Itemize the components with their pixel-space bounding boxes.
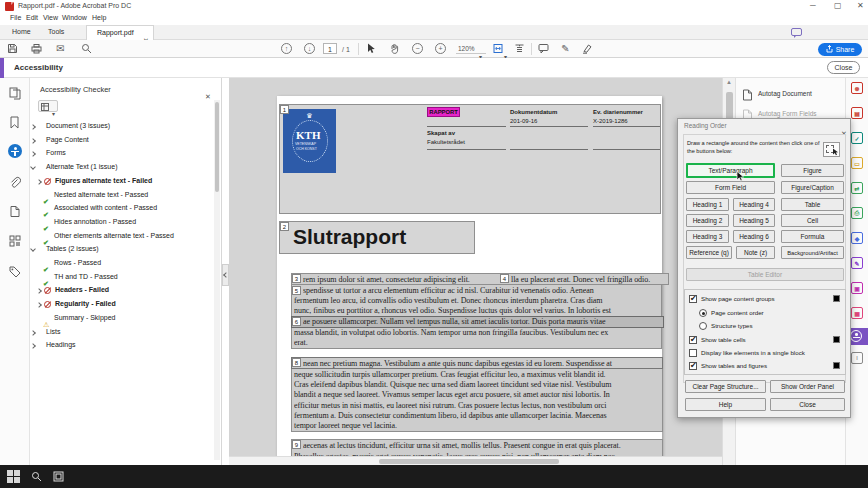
media-tool-icon[interactable]: ▦ <box>851 307 863 319</box>
form-field-button[interactable]: Form Field <box>686 181 775 194</box>
cell-button[interactable]: Cell <box>781 214 844 227</box>
heading6-button[interactable]: Heading 6 <box>733 230 775 243</box>
chevron-right-icon[interactable] <box>30 330 36 336</box>
checker-item-alternate-text[interactable]: Alternate Text (1 issue) <box>30 162 216 174</box>
page-content-order-radio[interactable] <box>699 309 707 317</box>
figure-button[interactable]: Figure <box>781 164 844 177</box>
dialog-close-button[interactable]: Close <box>770 398 845 411</box>
menu-help[interactable]: Help <box>92 14 106 21</box>
page-thumbnails-icon[interactable] <box>9 86 21 104</box>
share-button[interactable]: Share <box>818 43 862 56</box>
show-order-panel-button[interactable]: Show Order Panel <box>770 380 845 393</box>
structure-types-radio[interactable] <box>699 322 707 330</box>
chevron-down-icon[interactable] <box>30 246 36 252</box>
checker-item-other-elements[interactable]: Other elements alternate text - Passed <box>30 231 216 243</box>
table-button[interactable]: Table <box>781 198 844 211</box>
checker-item-summary[interactable]: Summary - Skipped <box>30 313 216 325</box>
scroll-up-icon[interactable]: ▲ <box>726 79 732 85</box>
menu-file[interactable]: File <box>10 14 21 21</box>
show-page-content-groups-checkbox[interactable] <box>689 295 697 303</box>
heading5-button[interactable]: Heading 5 <box>733 214 775 227</box>
chevron-right-icon[interactable] <box>30 151 36 157</box>
selected-text-rapport[interactable]: RAPPORT <box>427 107 460 117</box>
form-tool-icon[interactable]: ▤ <box>851 107 863 119</box>
organize-pages-tool-icon[interactable]: ▣ <box>851 282 863 294</box>
table-cells-color-swatch[interactable] <box>833 336 840 343</box>
comment-icon[interactable] <box>537 42 550 55</box>
attachments-icon[interactable] <box>9 175 21 193</box>
checker-close-icon[interactable] <box>205 85 211 103</box>
checker-item-page-content[interactable]: Page Content <box>30 135 216 147</box>
checker-item-nested-alt-text[interactable]: Nested alternate text - Passed <box>30 190 216 202</box>
checker-item-regularity[interactable]: Regularity - Failed <box>30 299 216 311</box>
feedback-bubble-icon[interactable] <box>791 28 802 36</box>
sign-tool-icon[interactable]: ✎ <box>851 257 863 269</box>
autotag-tool-icon[interactable]: ⊗ <box>851 82 863 94</box>
zoom-in-icon[interactable]: + <box>434 42 447 55</box>
print-icon[interactable] <box>30 42 43 55</box>
document-check-tool-icon[interactable]: ✓ <box>851 132 863 144</box>
note-button[interactable]: Note (z) <box>736 246 775 259</box>
checker-options-button[interactable] <box>38 100 58 112</box>
tab-tools[interactable]: Tools <box>48 28 64 35</box>
export-tool-icon[interactable]: ⇄ <box>851 182 863 194</box>
tab-home[interactable]: Home <box>12 28 31 35</box>
checker-item-rows[interactable]: Rows - Passed <box>30 258 216 270</box>
checker-item-forms[interactable]: Forms <box>30 148 216 160</box>
checker-item-tables[interactable]: Tables (2 issues) <box>30 244 216 256</box>
close-accessibility-button[interactable]: Close <box>827 61 860 74</box>
horizontal-scrollbar[interactable] <box>229 456 722 465</box>
clear-page-structure-button[interactable]: Clear Page Structure... <box>685 380 766 393</box>
checker-item-document[interactable]: Document (3 issues) <box>30 121 216 133</box>
zoom-out-icon[interactable]: − <box>411 42 424 55</box>
checker-item-headings[interactable]: Headings <box>30 340 216 352</box>
next-page-icon[interactable]: ↓ <box>303 42 316 55</box>
accessibility-panel-icon[interactable] <box>8 144 22 158</box>
chevron-right-icon[interactable] <box>36 179 42 185</box>
reference-button[interactable]: Reference (q) <box>686 246 732 259</box>
menu-edit[interactable]: Edit <box>26 14 38 21</box>
chevron-right-icon[interactable] <box>36 288 42 294</box>
tables-figures-color-swatch[interactable] <box>833 362 840 369</box>
tags-icon[interactable] <box>9 264 21 282</box>
minimize-icon[interactable]: ─ <box>810 1 816 10</box>
fit-width-icon[interactable] <box>492 42 505 55</box>
search-icon[interactable] <box>80 42 93 55</box>
checker-item-th-td[interactable]: TH and TD - Passed <box>30 272 216 284</box>
checker-item-lists[interactable]: Lists <box>30 327 216 339</box>
chevron-right-icon[interactable] <box>30 138 36 144</box>
tab-document[interactable]: Rapport.pdf <box>86 25 154 40</box>
chevron-right-icon[interactable] <box>30 124 36 130</box>
heading1-button[interactable]: Heading 1 <box>686 198 729 211</box>
content-groups-color-swatch[interactable] <box>833 295 840 302</box>
autotag-document-label[interactable]: Autotag Document <box>758 90 812 97</box>
close-window-icon[interactable]: ✕ <box>857 1 864 10</box>
menu-view[interactable]: View <box>43 14 58 21</box>
bookmarks-icon[interactable] <box>9 115 20 133</box>
menu-window[interactable]: Window <box>62 14 87 21</box>
start-button[interactable] <box>6 469 21 484</box>
page-number-input[interactable]: 1 <box>323 43 337 54</box>
page-display-icon[interactable] <box>513 42 526 55</box>
print-production-tool-icon[interactable]: ⎙ <box>851 207 863 219</box>
display-like-elements-checkbox[interactable] <box>689 349 697 357</box>
chevron-down-icon[interactable] <box>30 164 36 170</box>
chevron-right-icon[interactable] <box>30 343 36 349</box>
heading3-button[interactable]: Heading 3 <box>686 230 729 243</box>
help-button[interactable]: Help <box>685 398 766 411</box>
formula-button[interactable]: Formula <box>781 230 844 243</box>
order-panel-icon[interactable] <box>9 233 21 251</box>
heading2-button[interactable]: Heading 2 <box>686 214 729 227</box>
autotag-form-fields-label[interactable]: Autotag Form Fields <box>758 110 817 117</box>
comment-tool-icon[interactable]: ▭ <box>851 157 863 169</box>
checker-scrollbar[interactable] <box>214 100 220 460</box>
panel-collapse-handle[interactable] <box>222 264 229 286</box>
highlighter-icon[interactable] <box>581 42 594 55</box>
figure-caption-button[interactable]: Figure/Caption <box>781 181 844 194</box>
pencil-icon[interactable]: ✎ <box>559 42 572 55</box>
show-tables-figures-checkbox[interactable] <box>689 362 697 370</box>
checker-item-associated-content[interactable]: Associated with content - Passed <box>30 203 216 215</box>
maximize-icon[interactable]: ▢ <box>834 1 842 10</box>
background-artifact-button[interactable]: Background/Artifact <box>781 246 844 259</box>
email-icon[interactable]: ✉ <box>54 42 67 55</box>
